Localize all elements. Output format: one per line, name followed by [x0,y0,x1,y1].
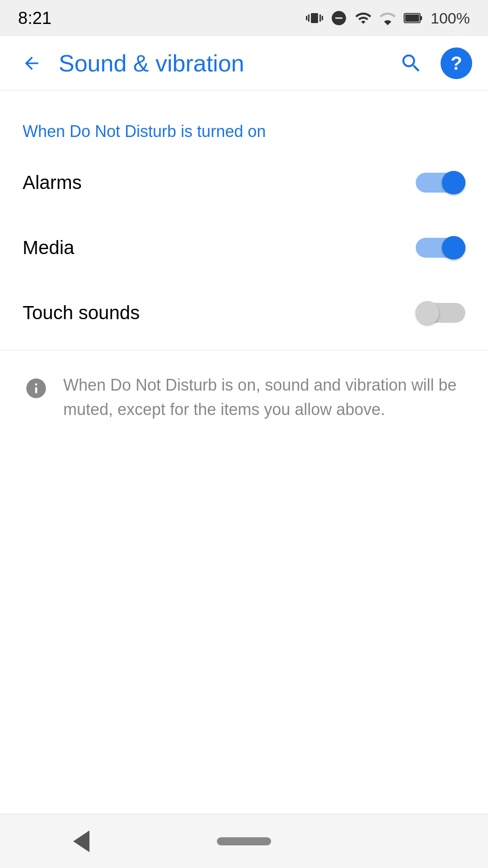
info-icon [23,375,50,402]
status-bar: 8:21 100% [0,0,488,36]
page-title: Sound & vibration [59,50,393,77]
nav-home-button[interactable] [217,823,271,859]
info-text: When Do Not Disturb is on, sound and vib… [63,373,465,422]
help-button[interactable]: ? [438,45,474,81]
battery-percent: 100% [431,9,470,27]
nav-back-button[interactable] [54,823,108,859]
vibrate-icon [306,9,323,27]
back-button[interactable] [14,45,50,81]
app-bar-actions: ? [393,45,474,81]
back-arrow-icon [22,53,42,73]
touch-sounds-toggle-thumb [416,301,439,325]
alarms-label: Alarms [23,172,82,193]
media-toggle[interactable] [416,234,465,261]
media-label: Media [23,237,74,259]
nav-back-icon [73,830,89,852]
status-icons: 100% [306,9,470,27]
svg-rect-1 [420,16,422,20]
info-row: When Do Not Disturb is on, sound and vib… [0,355,488,440]
touch-sounds-label: Touch sounds [23,302,140,324]
content: When Do Not Disturb is turned on Alarms … [0,90,488,458]
dnd-icon [330,9,347,27]
battery-icon [404,9,423,27]
touch-sounds-row[interactable]: Touch sounds [0,280,488,345]
signal-icon [379,9,396,27]
nav-recents-button[interactable] [380,823,434,859]
bottom-nav [0,814,488,868]
touch-sounds-toggle[interactable] [416,299,465,326]
search-icon [399,52,423,75]
search-button[interactable] [393,45,429,81]
status-time: 8:21 [18,9,52,28]
help-icon: ? [441,47,472,79]
app-bar: Sound & vibration ? [0,36,488,90]
section-header: When Do Not Disturb is turned on [0,108,488,150]
alarms-row[interactable]: Alarms [0,150,488,215]
wifi-icon [355,9,372,27]
alarms-toggle[interactable] [416,169,465,196]
media-row[interactable]: Media [0,215,488,280]
nav-home-icon [217,837,271,845]
media-toggle-thumb [442,236,465,259]
alarms-toggle-thumb [442,171,465,194]
divider [0,350,488,350]
svg-rect-2 [405,14,419,22]
